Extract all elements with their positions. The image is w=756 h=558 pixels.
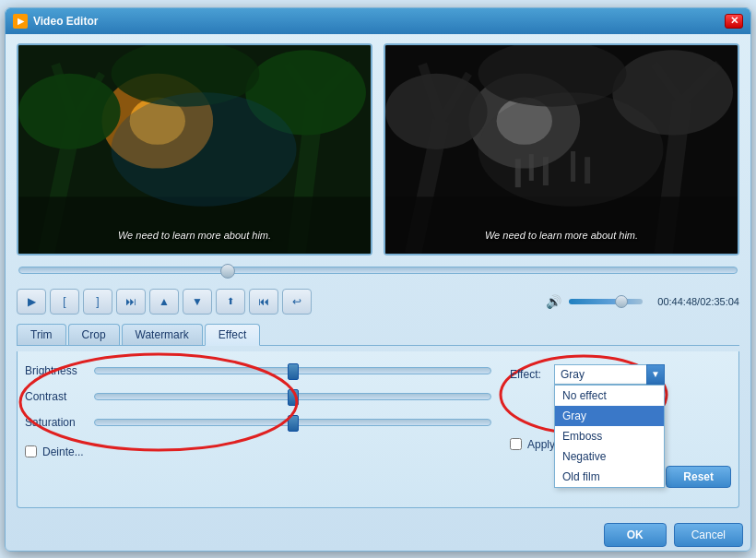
brightness-slider[interactable]: [94, 367, 491, 374]
effect-option-gray[interactable]: Gray: [555, 406, 664, 426]
contrast-label: Contrast: [25, 390, 85, 403]
svg-rect-28: [515, 159, 521, 187]
svg-point-9: [18, 73, 121, 148]
preview-subtitle-original: We need to learn more about him.: [18, 230, 371, 241]
title-bar: ▶ Video Editor ✕: [6, 8, 750, 34]
saturation-row: Saturation: [25, 416, 491, 429]
svg-rect-29: [529, 154, 534, 181]
contrast-thumb[interactable]: [288, 389, 299, 406]
saturation-thumb[interactable]: [288, 415, 299, 432]
video-editor-window: ▶ Video Editor ✕: [5, 7, 751, 552]
tab-trim[interactable]: Trim: [17, 324, 66, 345]
skip-button[interactable]: ⏭: [116, 289, 146, 315]
effect-dropdown-menu: No effect Gray Emboss Negative Old film: [554, 385, 665, 488]
prev-button[interactable]: ⏮: [249, 289, 278, 315]
effect-option-emboss[interactable]: Emboss: [555, 426, 664, 446]
bottom-buttons: OK Cancel: [6, 517, 750, 551]
tab-watermark[interactable]: Watermark: [122, 324, 203, 345]
scene-svg-original: [18, 45, 371, 254]
effect-dropdown-button[interactable]: ▼: [646, 364, 665, 385]
effect-label: Effect:: [510, 368, 547, 381]
deinterlace-label: Deinte...: [42, 445, 84, 458]
effect-option-negative[interactable]: Negative: [555, 446, 664, 467]
deinterlace-checkbox[interactable]: [25, 445, 37, 457]
volume-slider[interactable]: [569, 299, 643, 304]
svg-rect-31: [571, 151, 575, 182]
play-button[interactable]: ▶: [17, 289, 46, 315]
effect-row: Effect: Gray ▼ No effect Gray Emboss Neg…: [510, 364, 731, 385]
split-button[interactable]: ⬆: [216, 289, 245, 315]
transport-controls: ▶ [ ] ⏭ ▲ ▼ ⬆ ⏮ ↩ 🔊 00:44:48/02:35:04: [17, 285, 739, 318]
seekbar-container: [17, 261, 739, 279]
close-button[interactable]: ✕: [725, 14, 743, 29]
right-section: Effect: Gray ▼ No effect Gray Emboss Neg…: [510, 361, 731, 498]
svg-point-13: [112, 92, 297, 206]
volume-section: 🔊 00:44:48/02:35:04: [546, 294, 739, 309]
mark-in-button[interactable]: [: [50, 289, 79, 315]
svg-rect-30: [543, 157, 549, 185]
ok-button[interactable]: OK: [604, 523, 667, 547]
undo-button[interactable]: ↩: [282, 289, 312, 315]
effect-select-display: Gray: [554, 364, 646, 385]
volume-up-button[interactable]: ▲: [149, 289, 179, 315]
svg-rect-32: [585, 157, 590, 184]
brightness-label: Brightness: [25, 364, 85, 377]
effect-option-no-effect[interactable]: No effect: [555, 386, 664, 406]
tab-crop[interactable]: Crop: [68, 324, 120, 345]
volume-thumb[interactable]: [615, 295, 628, 308]
deinterlace-row: Deinte...: [25, 445, 491, 458]
effect-option-old-film[interactable]: Old film: [555, 467, 664, 487]
main-content: We need to learn more about him.: [6, 34, 750, 517]
tab-effect[interactable]: Effect: [205, 324, 260, 346]
effect-select-wrapper[interactable]: Gray ▼ No effect Gray Emboss Negative Ol…: [554, 364, 665, 385]
cancel-button[interactable]: Cancel: [674, 523, 743, 547]
apply-all-checkbox[interactable]: [510, 438, 522, 450]
mark-out-button[interactable]: ]: [83, 289, 112, 315]
tabs: Trim Crop Watermark Effect: [17, 324, 739, 346]
saturation-slider[interactable]: [94, 419, 491, 426]
reset-button[interactable]: Reset: [666, 466, 731, 488]
preview-area: We need to learn more about him.: [17, 43, 739, 255]
preview-subtitle-effect: We need to learn more about him.: [385, 230, 738, 241]
seekbar[interactable]: [18, 267, 738, 274]
preview-canvas-original: We need to learn more about him.: [18, 45, 371, 254]
preview-canvas-effect: We need to learn more about him.: [385, 45, 738, 254]
sliders-section: Brightness Contrast Saturation: [25, 361, 491, 498]
contrast-slider[interactable]: [94, 393, 491, 400]
scene-svg-effect: [385, 45, 738, 254]
preview-effect: We need to learn more about him.: [384, 43, 739, 255]
svg-point-23: [385, 73, 488, 148]
saturation-label: Saturation: [25, 416, 85, 429]
contrast-row: Contrast: [25, 390, 491, 403]
seekbar-thumb[interactable]: [220, 264, 235, 279]
brightness-row: Brightness: [25, 364, 491, 377]
brightness-thumb[interactable]: [288, 363, 299, 380]
app-icon: ▶: [13, 14, 28, 29]
volume-down-button[interactable]: ▼: [183, 289, 212, 315]
preview-original: We need to learn more about him.: [17, 43, 372, 255]
svg-point-27: [478, 92, 664, 206]
volume-icon: 🔊: [546, 294, 561, 309]
window-title: Video Editor: [33, 15, 725, 28]
effect-panel: Brightness Contrast Saturation: [17, 351, 739, 508]
time-display: 00:44:48/02:35:04: [657, 296, 739, 307]
